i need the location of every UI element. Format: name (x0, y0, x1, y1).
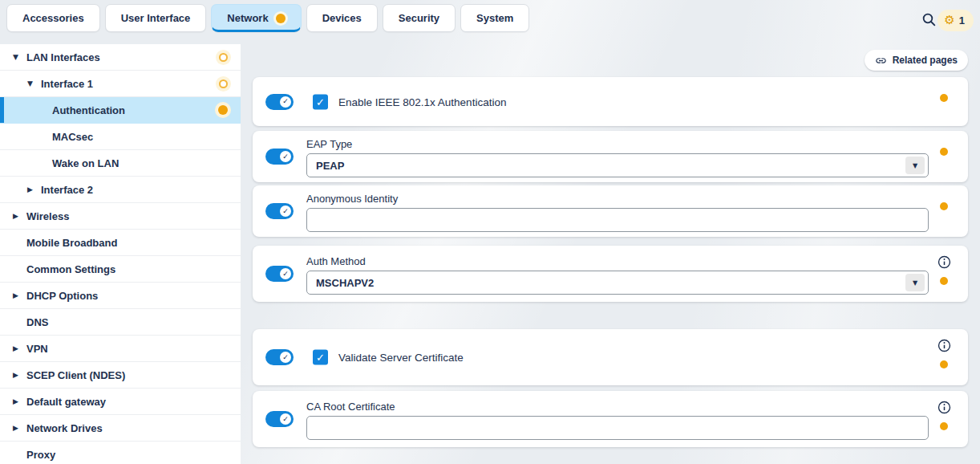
tab-label: Security (399, 12, 439, 24)
chevron-right-icon: ▶ (13, 397, 26, 405)
select-value: MSCHAPV2 (316, 277, 374, 289)
top-bar: Accessories User Interface Network Devic… (0, 0, 980, 37)
sidebar-item-label: MACsec (52, 131, 93, 143)
sidebar-item-label: DNS (26, 316, 48, 328)
settings-nav-tree: ▼ LAN Interfaces ▼ Interface 1 Authentic… (0, 44, 241, 464)
enable-8021x-checkbox[interactable]: ✓ (313, 94, 328, 109)
sidebar-item-scep-client[interactable]: ▶ SCEP Client (NDES) (0, 362, 241, 389)
card-ca-root-certificate: ✓ CA Root Certificate (253, 391, 968, 447)
dropdown-arrow-button[interactable]: ▼ (905, 274, 925, 291)
tab-system[interactable]: System (460, 4, 529, 32)
ca-root-certificate-input[interactable] (306, 416, 929, 440)
check-icon: ✓ (282, 153, 289, 161)
chevron-right-icon: ▶ (13, 371, 26, 379)
anonymous-identity-toggle[interactable]: ✓ (265, 203, 294, 219)
sidebar-item-macsec[interactable]: MACsec (0, 124, 241, 150)
sidebar-item-label: Network Drives (26, 422, 103, 434)
tab-network[interactable]: Network (211, 4, 301, 32)
tab-label: User Interface (121, 12, 191, 24)
validate-server-certificate-toggle[interactable]: ✓ (265, 349, 294, 365)
sidebar-item-network-drives[interactable]: ▶ Network Drives (0, 415, 241, 442)
tab-devices[interactable]: Devices (306, 4, 378, 32)
sidebar-item-wake-on-lan[interactable]: Wake on LAN (0, 150, 241, 177)
chevron-right-icon: ▶ (13, 212, 26, 220)
info-icon[interactable] (937, 255, 951, 269)
tab-accessories[interactable]: Accessories (6, 4, 100, 32)
modified-ring-icon (219, 79, 228, 88)
field-label: Auth Method (306, 255, 366, 267)
card-anonymous-identity: ✓ Anonymous Identity (253, 185, 968, 237)
tab-user-interface[interactable]: User Interface (105, 4, 207, 32)
auth-method-select[interactable]: MSCHAPV2 ▼ (306, 271, 929, 295)
eap-type-toggle[interactable]: ✓ (265, 149, 294, 165)
sidebar-item-dhcp-options[interactable]: ▶ DHCP Options (0, 283, 241, 309)
sidebar-item-lan-interfaces[interactable]: ▼ LAN Interfaces (0, 44, 241, 71)
chevron-right-icon: ▶ (13, 291, 26, 299)
sidebar-item-vpn[interactable]: ▶ VPN (0, 336, 241, 362)
sidebar-item-dns[interactable]: DNS (0, 309, 241, 336)
related-pages-button[interactable]: Related pages (865, 50, 968, 71)
field-label: CA Root Certificate (306, 401, 395, 413)
sidebar-item-default-gateway[interactable]: ▶ Default gateway (0, 389, 241, 415)
sidebar-item-authentication[interactable]: Authentication (0, 97, 241, 124)
sidebar-item-mobile-broadband[interactable]: Mobile Broadband (0, 230, 241, 256)
dropdown-arrow-button[interactable]: ▼ (905, 157, 925, 174)
chevron-down-icon: ▼ (13, 53, 26, 61)
check-icon: ✓ (282, 208, 289, 215)
tab-label: Accessories (22, 12, 84, 24)
sidebar-item-proxy[interactable]: Proxy (0, 442, 241, 464)
sidebar-item-label: Common Settings (26, 263, 115, 275)
check-icon: ✓ (282, 416, 289, 423)
modified-dot-icon (940, 202, 948, 210)
info-icon[interactable] (937, 339, 951, 352)
card-auth-method: ✓ Auth Method MSCHAPV2 ▼ (253, 246, 968, 302)
sidebar-item-label: SCEP Client (NDES) (26, 369, 125, 381)
ca-root-certificate-toggle[interactable]: ✓ (265, 411, 294, 427)
tab-label: Devices (322, 12, 362, 24)
checkbox-label: Validate Server Certificate (338, 352, 464, 364)
sidebar-item-label: Proxy (26, 449, 55, 461)
pending-changes-badge[interactable]: ⚙ 1 (937, 10, 974, 31)
modified-dot-icon (940, 94, 948, 102)
chevron-right-icon: ▶ (13, 424, 26, 432)
card-eap-type: ✓ EAP Type PEAP ▼ (253, 131, 968, 182)
sidebar-item-common-settings[interactable]: Common Settings (0, 256, 241, 283)
validate-server-certificate-checkbox[interactable]: ✓ (313, 350, 328, 365)
sidebar-item-label: VPN (26, 343, 48, 355)
tab-security[interactable]: Security (383, 4, 456, 32)
search-icon (921, 12, 937, 27)
chevron-right-icon: ▶ (27, 185, 41, 193)
eap-type-select[interactable]: PEAP ▼ (306, 153, 929, 177)
info-icon[interactable] (937, 401, 951, 414)
sidebar-item-label: LAN Interfaces (26, 51, 100, 63)
main-tabs: Accessories User Interface Network Devic… (6, 4, 529, 32)
tab-label: Network (227, 12, 268, 24)
sidebar-item-interface-2[interactable]: ▶ Interface 2 (0, 177, 241, 203)
sidebar-item-label: Interface 1 (41, 78, 93, 90)
modified-dot-icon (276, 14, 285, 23)
pending-changes-count: 1 (959, 14, 965, 26)
select-value: PEAP (316, 160, 344, 172)
check-icon: ✓ (282, 271, 289, 278)
checkbox-label: Enable IEEE 802.1x Authentication (338, 96, 506, 108)
sidebar-item-label: Interface 2 (41, 184, 93, 196)
anonymous-identity-input[interactable] (306, 208, 929, 232)
sidebar-item-label: Mobile Broadband (26, 237, 117, 249)
card-validate-server-certificate: ✓ ✓ Validate Server Certificate (253, 329, 968, 385)
sidebar-item-label: Wireless (26, 210, 69, 222)
sidebar-item-wireless[interactable]: ▶ Wireless (0, 203, 241, 230)
auth-method-toggle[interactable]: ✓ (265, 266, 294, 282)
chevron-right-icon: ▶ (13, 344, 26, 352)
sidebar-item-interface-1[interactable]: ▼ Interface 1 (0, 71, 241, 97)
sidebar-item-label: Default gateway (26, 396, 106, 408)
modified-dot-icon (940, 148, 948, 156)
field-label: Anonymous Identity (306, 193, 398, 205)
link-icon (875, 55, 887, 67)
chevron-down-icon: ▼ (27, 79, 41, 88)
modified-dot-icon (218, 105, 228, 115)
sidebar-item-label: DHCP Options (26, 290, 98, 302)
enable-8021x-toggle[interactable]: ✓ (265, 94, 294, 110)
gear-edit-icon: ⚙ (944, 14, 954, 26)
search-button[interactable] (921, 12, 937, 28)
modified-dot-icon (940, 422, 948, 430)
